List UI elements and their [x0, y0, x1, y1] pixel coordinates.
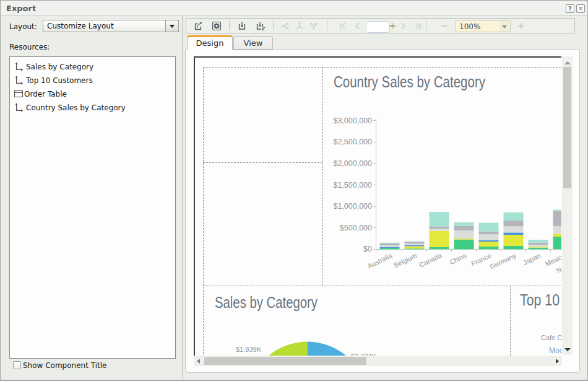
previous-page-icon: [352, 20, 363, 32]
scroll-left-icon[interactable]: [197, 359, 200, 364]
zoom-level-value: 100%: [459, 22, 480, 31]
resource-item[interactable]: Order Table: [10, 87, 175, 101]
next-page-button[interactable]: [397, 20, 409, 32]
layout-label: Layout:: [9, 22, 37, 31]
toolbar-separator: [273, 20, 274, 30]
toolbar-separator: [327, 20, 327, 30]
zoom-in-icon: [516, 20, 527, 32]
toolbar-separator: [229, 20, 230, 30]
resource-item-label: Order Table: [24, 90, 67, 99]
bar-australia: [380, 243, 400, 250]
first-page-button[interactable]: [337, 20, 348, 32]
svg-text:$2,500,000: $2,500,000: [333, 138, 372, 146]
svg-text:$1,000,000: $1,000,000: [333, 202, 372, 211]
help-button[interactable]: ?: [566, 4, 574, 13]
chevron-down-icon[interactable]: [165, 20, 178, 32]
resources-listbox: Sales by CategoryTop 10 CustomersOrder T…: [9, 56, 176, 359]
scroll-up-icon[interactable]: [564, 61, 571, 64]
svg-text:$1,500,000: $1,500,000: [333, 181, 372, 190]
toolbar: 2100%: [186, 18, 575, 33]
svg-text:$3,000,000: $3,000,000: [333, 116, 372, 125]
horizontal-scrollbar-thumb[interactable]: [204, 357, 366, 365]
plus-button[interactable]: [387, 20, 398, 32]
tab-design-label: Design: [196, 38, 224, 48]
dialog-title: Export: [6, 4, 36, 13]
bar-mexico: [553, 210, 562, 250]
zoom-dropdown-icon[interactable]: [499, 20, 511, 32]
chart-axes-icon: [14, 62, 24, 71]
svg-text:$1,839K: $1,839K: [236, 346, 262, 353]
zoom-in-button[interactable]: [516, 20, 527, 32]
layout-dropdown[interactable]: Customize Layout: [43, 20, 179, 32]
svg-text:$500,000: $500,000: [340, 224, 372, 232]
bar-germany: [504, 212, 524, 249]
svg-text:2: 2: [262, 25, 265, 32]
table-icon: [14, 89, 24, 99]
bar-canada: [430, 212, 449, 249]
chart-axes-icon: [14, 103, 24, 112]
tab-view[interactable]: View: [233, 36, 273, 50]
report-page-canvas[interactable]: Country Sales by Category$0$500,000$1,00…: [194, 56, 561, 356]
resource-item-label: Country Sales by Category: [26, 103, 126, 112]
first-page-icon: [337, 20, 348, 32]
bar-china: [454, 222, 474, 249]
settings-gear-button[interactable]: [211, 20, 222, 32]
show-component-title-label: Show Component Title: [23, 361, 106, 370]
chart3-title: Top 10: [520, 291, 560, 309]
bar-belgium: [405, 242, 425, 250]
chart1-title: Country Sales by Category: [334, 73, 485, 90]
merge-up-icon: [294, 20, 305, 32]
previous-page-button[interactable]: [352, 20, 363, 32]
titlebar: Export ? ✕: [1, 1, 587, 15]
download-all-icon: 2: [255, 20, 266, 32]
close-button[interactable]: ✕: [576, 4, 585, 13]
horizontal-scrollbar[interactable]: [194, 356, 562, 366]
download-icon: [236, 20, 248, 32]
branch-y-button[interactable]: [308, 20, 319, 32]
help-icon: ?: [568, 6, 571, 12]
branch-y-icon: [308, 20, 319, 32]
tab-design[interactable]: Design: [187, 35, 233, 50]
resources-label: Resources:: [9, 43, 50, 51]
download-button[interactable]: [236, 20, 248, 32]
zoom-out-button[interactable]: [439, 20, 450, 32]
resource-item-label: Sales by Category: [26, 63, 93, 71]
split-arrows-button[interactable]: [280, 20, 291, 32]
zoom-out-icon: [439, 20, 450, 32]
last-page-button[interactable]: [412, 20, 423, 32]
vertical-scrollbar[interactable]: [562, 56, 573, 355]
resource-item-label: Top 10 Customers: [26, 76, 93, 85]
export-icon: [193, 20, 204, 32]
show-component-title-checkbox[interactable]: [13, 361, 21, 369]
toolbar-separator: [426, 20, 426, 30]
resource-item[interactable]: Country Sales by Category: [10, 101, 175, 115]
export-button[interactable]: [193, 20, 204, 32]
panel-separator: [182, 16, 183, 379]
resource-item[interactable]: Top 10 Customers: [10, 74, 175, 87]
resource-item[interactable]: Sales by Category: [10, 60, 175, 74]
tab-view-label: View: [244, 38, 263, 48]
zoom-level-field[interactable]: 100%: [455, 20, 501, 32]
scroll-down-icon[interactable]: [564, 348, 571, 351]
split-arrows-icon: [280, 20, 291, 32]
svg-text:Cafe C: Cafe C: [541, 334, 561, 341]
export-dialog: Export ? ✕ Layout: Customize Layout Reso…: [0, 0, 588, 381]
last-page-icon: [412, 20, 423, 32]
layout-dropdown-value: Customize Layout: [47, 22, 114, 30]
chart2-title: Sales by Category: [215, 294, 318, 311]
bar-japan: [529, 240, 548, 249]
vertical-scrollbar-thumb[interactable]: [563, 67, 571, 188]
svg-text:Moc: Moc: [549, 346, 561, 355]
plus-icon: [387, 20, 398, 32]
close-icon: ✕: [578, 6, 583, 12]
settings-gear-icon: [211, 20, 222, 32]
scroll-right-icon[interactable]: [556, 359, 559, 364]
chart-axes-icon: [14, 76, 24, 85]
next-page-icon: [397, 20, 409, 32]
download-all-button[interactable]: 2: [255, 20, 266, 32]
merge-up-button[interactable]: [294, 20, 305, 32]
svg-text:$0: $0: [363, 245, 372, 253]
bar-france: [479, 223, 499, 250]
svg-text:$2,000,000: $2,000,000: [333, 159, 372, 168]
